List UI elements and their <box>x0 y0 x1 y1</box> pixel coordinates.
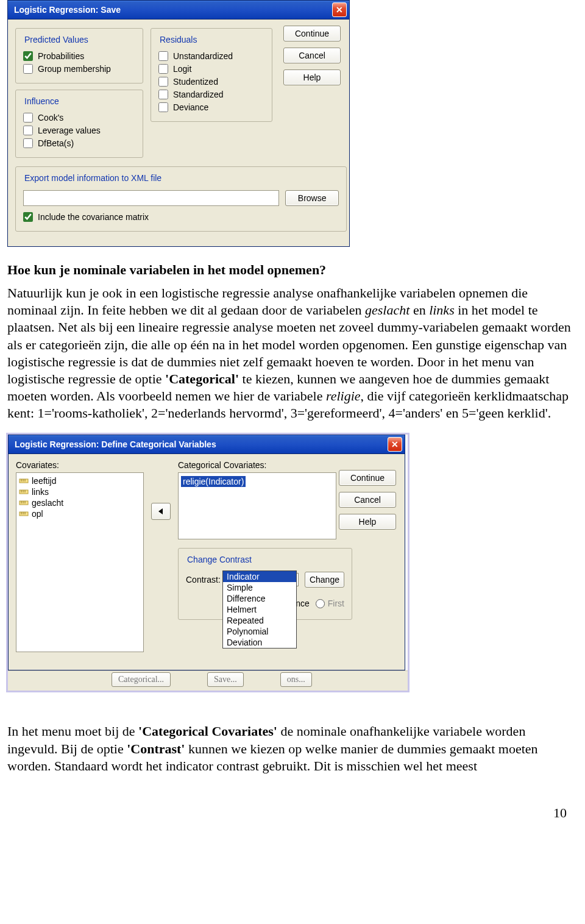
dropdown-item[interactable]: Helmert <box>223 604 296 615</box>
dialog-define-categorical: Logistic Regression: Define Categorical … <box>8 435 405 670</box>
cancel-button[interactable]: Cancel <box>283 48 341 63</box>
covariates-label: Covariates: <box>16 460 144 470</box>
scale-icon <box>19 499 29 507</box>
categorical-button[interactable]: Categorical... <box>112 672 171 687</box>
options-button[interactable]: ons... <box>280 672 312 687</box>
categorical-covariates-label: Categorical Covariates: <box>178 460 352 470</box>
covariates-list[interactable]: leeftijd links geslacht opl <box>16 472 144 652</box>
svg-rect-8 <box>20 501 28 505</box>
scale-icon <box>19 477 29 485</box>
group-title: Predicted Values <box>21 35 92 44</box>
save-button[interactable]: Save... <box>207 672 244 687</box>
svg-rect-4 <box>20 490 28 494</box>
group-residuals: Residuals Unstandardized Logit Studentiz… <box>151 28 272 122</box>
paragraph: In het menu moet bij de 'Categorical Cov… <box>7 723 575 774</box>
checkbox-group-membership[interactable]: Group membership <box>23 64 135 74</box>
titlebar[interactable]: Logistic Regression: Define Categorical … <box>9 435 405 454</box>
help-button[interactable]: Help <box>339 514 396 530</box>
group-title: Change Contrast <box>183 555 255 564</box>
dropdown-item[interactable]: Difference <box>223 593 296 604</box>
contrast-dropdown[interactable]: Indicator Simple Difference Helmert Repe… <box>222 570 297 649</box>
scale-icon <box>19 510 29 518</box>
dialog-title: Logistic Regression: Define Categorical … <box>15 439 388 449</box>
dropdown-item[interactable]: Simple <box>223 582 296 593</box>
svg-rect-12 <box>20 512 28 516</box>
svg-rect-0 <box>20 479 28 483</box>
checkbox-logit[interactable]: Logit <box>158 64 264 74</box>
dialog-title: Logistic Regression: Save <box>14 5 332 15</box>
dropdown-item[interactable]: Deviation <box>223 637 296 648</box>
body-text: In het menu moet bij de 'Categorical Cov… <box>0 723 585 774</box>
group-influence: Influence Cook's Leverage values DfBeta(… <box>15 90 143 158</box>
cancel-button[interactable]: Cancel <box>339 492 396 508</box>
dialog-save: Logistic Regression: Save ✕ Continue Can… <box>7 0 350 247</box>
dropdown-item[interactable]: Repeated <box>223 615 296 626</box>
move-left-button[interactable] <box>151 503 171 520</box>
browse-button[interactable]: Browse <box>285 190 339 206</box>
section-heading: Hoe kun je nominale variabelen in het mo… <box>7 261 575 279</box>
list-item[interactable]: opl <box>19 508 141 519</box>
group-title: Residuals <box>156 35 200 44</box>
checkbox-deviance[interactable]: Deviance <box>158 102 264 112</box>
contrast-label: Contrast: <box>186 575 221 585</box>
group-export-xml: Export model information to XML file Bro… <box>15 166 347 232</box>
checkbox-leverage[interactable]: Leverage values <box>23 126 135 135</box>
checkbox-standardized[interactable]: Standardized <box>158 90 264 99</box>
checkbox-dfbeta[interactable]: DfBeta(s) <box>23 138 135 148</box>
checkbox-include-covariance[interactable]: Include the covariance matrix <box>23 212 339 222</box>
group-title: Export model information to XML file <box>21 173 165 183</box>
group-predicted-values: Predicted Values Probabilities Group mem… <box>15 28 143 84</box>
categorical-covariates-list[interactable]: religie(Indicator) <box>178 472 336 539</box>
checkbox-probabilities[interactable]: Probabilities <box>23 51 135 61</box>
help-button[interactable]: Help <box>283 69 341 85</box>
scale-icon <box>19 488 29 496</box>
dropdown-item[interactable]: Indicator <box>223 571 296 582</box>
list-item[interactable]: links <box>19 486 141 497</box>
export-path-input[interactable] <box>23 190 279 206</box>
list-item[interactable]: leeftijd <box>19 475 141 486</box>
titlebar[interactable]: Logistic Regression: Save ✕ <box>8 1 349 20</box>
arrow-left-icon <box>158 508 164 514</box>
page-number: 10 <box>0 781 585 821</box>
body-text: Hoe kun je nominale variabelen in het mo… <box>0 261 585 422</box>
close-icon[interactable]: ✕ <box>332 2 347 17</box>
checkbox-unstandardized[interactable]: Unstandardized <box>158 51 264 61</box>
continue-button[interactable]: Continue <box>283 26 341 41</box>
radio-first[interactable]: First <box>316 599 344 608</box>
group-title: Influence <box>21 96 63 106</box>
paragraph: Natuurlijk kun je ook in een logistische… <box>7 285 575 422</box>
list-item[interactable]: geslacht <box>19 497 141 508</box>
continue-button[interactable]: Continue <box>339 470 396 486</box>
close-icon[interactable]: ✕ <box>388 437 402 452</box>
group-change-contrast: Change Contrast Contrast: Indicator ▾ Ch… <box>178 548 352 620</box>
svg-marker-16 <box>158 508 163 514</box>
list-item[interactable]: religie(Indicator) <box>181 475 333 488</box>
checkbox-cooks[interactable]: Cook's <box>23 113 135 123</box>
background-buttons: Categorical... Save... ons... <box>8 670 408 691</box>
dropdown-item[interactable]: Polynomial <box>223 626 296 637</box>
change-button[interactable]: Change <box>305 572 344 588</box>
checkbox-studentized[interactable]: Studentized <box>158 77 264 87</box>
